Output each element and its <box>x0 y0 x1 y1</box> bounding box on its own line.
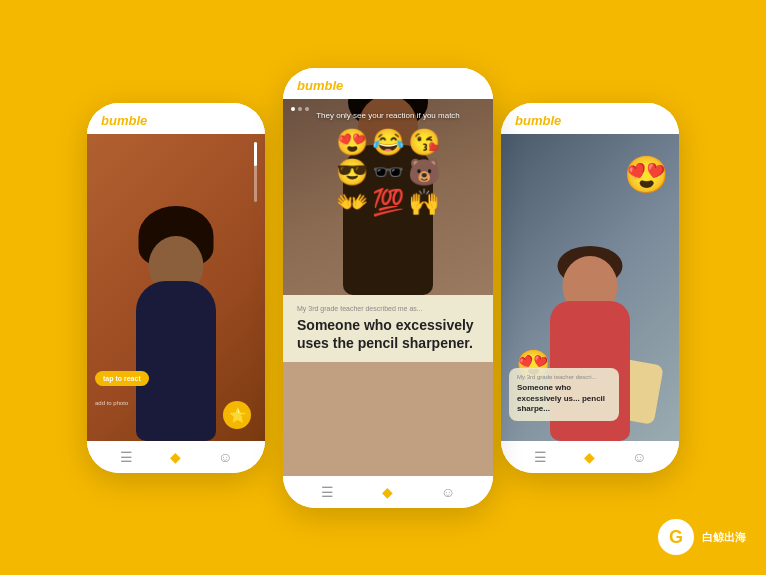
center-dots <box>291 107 309 111</box>
left-progress-bar <box>254 142 257 202</box>
left-nav-menu[interactable]: ☰ <box>120 449 133 465</box>
dot-1 <box>291 107 295 111</box>
scene: bumble tap to react add to photo ⭐ ☰ ◆ ☺ <box>0 0 766 575</box>
left-bg: tap to react add to photo ⭐ <box>87 134 265 441</box>
center-screen: They only see your reaction if you match… <box>283 99 493 476</box>
right-nav-menu[interactable]: ☰ <box>534 449 547 465</box>
emoji-3[interactable]: 😘 <box>408 129 440 155</box>
dot-3 <box>305 107 309 111</box>
watermark-text: 白鲸出海 <box>702 530 746 545</box>
center-nav-home[interactable]: ◆ <box>382 484 393 500</box>
center-prompt-text: Someone who excessively uses the pencil … <box>297 316 479 352</box>
center-nav-menu[interactable]: ☰ <box>321 484 334 500</box>
center-prompt-label: My 3rd grade teacher described me as... <box>297 305 479 312</box>
left-screen: tap to react add to photo ⭐ <box>87 134 265 441</box>
right-bottom-nav: ☰ ◆ ☺ <box>501 441 679 473</box>
emoji-7[interactable]: 👐 <box>336 189 368 215</box>
left-photo-label: add to photo <box>95 400 128 406</box>
emoji-5[interactable]: 🕶️ <box>372 159 404 185</box>
left-body <box>136 281 216 441</box>
reaction-overlay: They only see your reaction if you match… <box>283 99 493 295</box>
left-nav-home[interactable]: ◆ <box>170 449 181 465</box>
right-overlay-text: My 3rd grade teacher descri... Someone w… <box>509 368 619 421</box>
emoji-1[interactable]: 😍 <box>336 129 368 155</box>
phone-center: bumble They only see your reaction if yo… <box>283 68 493 508</box>
left-star-badge[interactable]: ⭐ <box>223 401 251 429</box>
watermark: G 白鲸出海 <box>658 519 746 555</box>
center-bumble-logo: bumble <box>297 78 343 93</box>
right-top-bar: bumble <box>501 103 679 134</box>
emoji-grid: 😍 😂 😘 😎 🕶️ 🐻 👐 💯 🙌 <box>328 121 448 223</box>
left-top-bar: bumble <box>87 103 265 134</box>
phone-right: bumble 😍 😍 My 3rd grade teacher descri..… <box>501 103 679 473</box>
right-prompt-text: Someone who excessively us... pencil sha… <box>517 383 605 413</box>
center-bottom-nav: ☰ ◆ ☺ <box>283 476 493 508</box>
left-react-button[interactable]: tap to react <box>95 371 149 386</box>
right-bumble-logo: bumble <box>515 113 561 128</box>
center-nav-profile[interactable]: ☺ <box>441 484 455 500</box>
right-nav-profile[interactable]: ☺ <box>632 449 646 465</box>
watermark-circle: G <box>658 519 694 555</box>
left-nav-profile[interactable]: ☺ <box>218 449 232 465</box>
emoji-4[interactable]: 😎 <box>336 159 368 185</box>
phone-left: bumble tap to react add to photo ⭐ ☰ ◆ ☺ <box>87 103 265 473</box>
right-screen: 😍 😍 My 3rd grade teacher descri... Someo… <box>501 134 679 441</box>
center-bottom: My 3rd grade teacher described me as... … <box>283 295 493 362</box>
left-progress-fill <box>254 142 257 166</box>
right-nav-home[interactable]: ◆ <box>584 449 595 465</box>
emoji-9[interactable]: 🙌 <box>408 189 440 215</box>
emoji-2[interactable]: 😂 <box>372 129 404 155</box>
reaction-hint: They only see your reaction if you match <box>316 111 460 120</box>
center-top-bar: bumble <box>283 68 493 99</box>
right-prompt-label: My 3rd grade teacher descri... <box>517 374 611 382</box>
emoji-8[interactable]: 💯 <box>372 189 404 215</box>
left-bumble-logo: bumble <box>101 113 147 128</box>
right-emoji-top: 😍 <box>624 154 669 196</box>
left-bottom-nav: ☰ ◆ ☺ <box>87 441 265 473</box>
right-bg: 😍 😍 My 3rd grade teacher descri... Someo… <box>501 134 679 441</box>
center-photo: They only see your reaction if you match… <box>283 99 493 295</box>
dot-2 <box>298 107 302 111</box>
emoji-6[interactable]: 🐻 <box>408 159 440 185</box>
